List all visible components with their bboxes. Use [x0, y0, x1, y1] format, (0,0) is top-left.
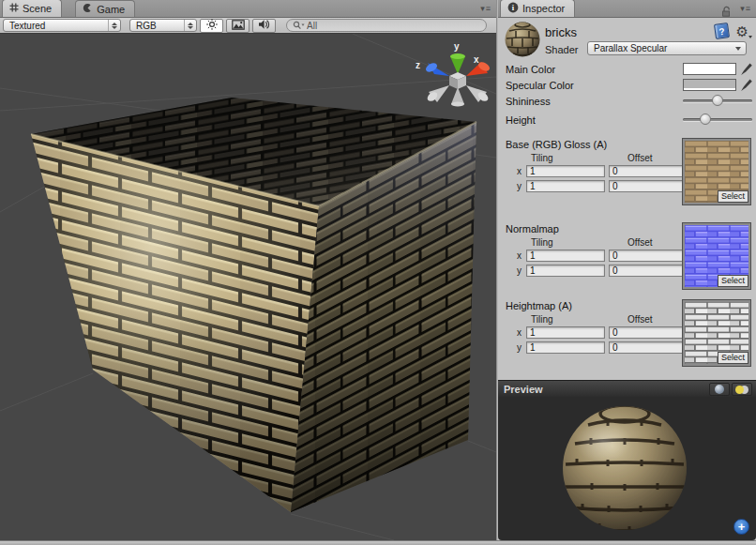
heightmap-offset-y-input[interactable]	[609, 341, 684, 354]
search-input[interactable]	[307, 21, 457, 31]
specular-color-row: Specular Color	[498, 77, 756, 93]
search-icon	[293, 17, 305, 34]
normalmap-tiling-y-input[interactable]	[526, 265, 605, 277]
draw-mode-value: Textured	[9, 21, 45, 31]
preview-lighting-button[interactable]	[732, 383, 752, 396]
render-mode-dropdown[interactable]: RGB	[129, 19, 197, 32]
window-bottom-edge	[0, 540, 756, 545]
preview-mesh-button[interactable]	[709, 383, 730, 396]
scene-lighting-toggle[interactable]	[200, 19, 223, 33]
scene-panel-menu-icon[interactable]: ▾≡	[480, 4, 491, 13]
scene-audio-toggle[interactable]	[252, 19, 276, 33]
scene-tabstrip: Scene Game ▾≡	[0, 0, 496, 18]
slider-knob[interactable]	[712, 95, 723, 106]
gear-icon[interactable]: ⚙	[736, 24, 748, 38]
sphere-icon	[715, 385, 724, 394]
height-slider[interactable]	[683, 118, 752, 121]
preview-title: Preview	[504, 384, 543, 395]
preview-add-button[interactable]: +	[733, 519, 749, 535]
shininess-row: Shininess	[498, 93, 756, 109]
height-label: Height	[506, 114, 536, 126]
render-mode-value: RGB	[136, 21, 157, 31]
offset-label: Offset	[627, 314, 653, 325]
shader-dropdown[interactable]: Parallax Specular	[587, 41, 747, 55]
skybox-image-icon	[232, 17, 245, 34]
shininess-slider[interactable]	[683, 99, 752, 102]
inspector-tabstrip: i Inspector ▾≡	[498, 0, 756, 18]
info-icon: i	[507, 2, 519, 15]
preview-sphere	[498, 397, 756, 539]
dropdown-arrows-icon	[184, 20, 196, 31]
normalmap-select-button[interactable]: Select	[718, 275, 748, 287]
offset-label: Offset	[627, 153, 653, 163]
x-axis-label: x	[517, 327, 522, 338]
slider-knob[interactable]	[700, 114, 711, 125]
scene-3d-render: y z x	[0, 34, 496, 540]
inspector-panel-menu-icon[interactable]: ▾≡	[740, 4, 751, 13]
inspector-panel: i Inspector ▾≡	[498, 0, 756, 540]
main-color-label: Main Color	[506, 64, 555, 75]
grid-icon	[9, 3, 19, 14]
base-texture-section: Base (RGB) Gloss (A) Tiling Offset x y	[506, 139, 756, 208]
scene-toolbar: Textured RGB	[0, 18, 496, 34]
gizmo-y-label: y	[454, 41, 460, 52]
shininess-label: Shininess	[506, 96, 551, 107]
unity-game-icon	[83, 3, 93, 15]
lighting-sun-icon	[206, 17, 218, 34]
base-offset-x-input[interactable]	[609, 165, 684, 177]
dropdown-arrows-icon	[108, 20, 120, 31]
offset-label: Offset	[627, 237, 653, 248]
shader-label: Shader	[545, 44, 578, 55]
material-sphere-thumbnail[interactable]	[504, 21, 541, 62]
material-header: bricks Shader Parallax Specular ? ⚙	[498, 18, 756, 61]
material-name: bricks	[545, 25, 577, 39]
material-preview[interactable]: +	[498, 397, 756, 540]
help-icon[interactable]: ?	[714, 23, 730, 39]
base-offset-y-input[interactable]	[609, 180, 684, 192]
axis-gizmo[interactable]: y z x	[416, 41, 491, 107]
tab-scene[interactable]: Scene	[2, 0, 62, 17]
preview-header[interactable]: Preview	[498, 380, 756, 397]
base-select-button[interactable]: Select	[718, 190, 748, 203]
scene-viewport[interactable]: y z x	[0, 34, 496, 540]
normalmap-offset-y-input[interactable]	[609, 265, 684, 277]
normalmap-offset-x-input[interactable]	[609, 250, 684, 262]
normalmap-section: Normalmap Tiling Offset x y	[506, 223, 756, 293]
height-row: Height	[498, 112, 756, 128]
normalmap-texture-thumbnail[interactable]: Select	[683, 223, 750, 289]
heightmap-texture-thumbnail[interactable]: Select	[683, 300, 750, 366]
base-texture-thumbnail[interactable]: Select	[683, 139, 750, 204]
heightmap-offset-x-input[interactable]	[609, 326, 684, 339]
y-axis-label: y	[517, 265, 522, 276]
scene-skybox-toggle[interactable]	[226, 19, 249, 33]
base-tiling-y-input[interactable]	[526, 180, 605, 192]
base-section-title: Base (RGB) Gloss (A)	[506, 139, 681, 152]
main-color-swatch[interactable]	[683, 63, 736, 75]
heightmap-section: Heightmap (A) Tiling Offset x y	[506, 300, 756, 370]
tiling-label: Tiling	[531, 153, 553, 163]
main-color-row: Main Color	[498, 61, 756, 77]
y-axis-label: y	[517, 342, 522, 353]
audio-speaker-icon	[258, 17, 270, 34]
tab-game[interactable]: Game	[75, 0, 135, 17]
brick-cube[interactable]	[31, 98, 476, 512]
x-axis-label: x	[517, 250, 522, 261]
material-inspector: bricks Shader Parallax Specular ? ⚙ Main…	[498, 18, 756, 380]
y-axis-label: y	[517, 181, 522, 191]
base-tiling-x-input[interactable]	[526, 165, 605, 177]
scene-search-field[interactable]	[286, 19, 487, 32]
heightmap-section-title: Heightmap (A)	[506, 300, 681, 313]
lighting-toggle-icon	[735, 385, 748, 394]
tab-inspector-label: Inspector	[522, 3, 565, 14]
tab-inspector[interactable]: i Inspector	[500, 0, 575, 17]
tab-scene-label: Scene	[23, 3, 52, 14]
gizmo-z-label: z	[416, 60, 420, 70]
draw-mode-dropdown[interactable]: Textured	[3, 19, 121, 32]
normalmap-tiling-x-input[interactable]	[526, 250, 605, 262]
heightmap-select-button[interactable]: Select	[718, 352, 748, 364]
heightmap-tiling-y-input[interactable]	[526, 341, 605, 354]
specular-color-swatch[interactable]	[683, 79, 736, 91]
heightmap-tiling-x-input[interactable]	[526, 326, 605, 339]
tiling-label: Tiling	[531, 237, 553, 248]
normalmap-section-title: Normalmap	[506, 223, 681, 236]
